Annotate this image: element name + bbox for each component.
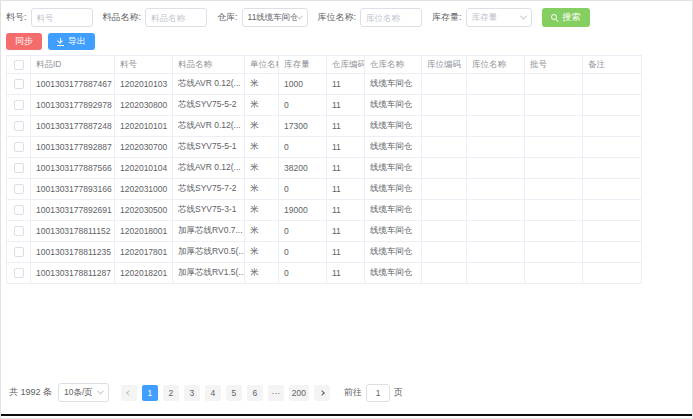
cell-warehouse-name: 线缆车间仓	[365, 116, 422, 137]
cell-warehouse-name: 线缆车间仓	[365, 242, 422, 263]
cell-batch-no	[525, 263, 583, 284]
table-row[interactable]: 1001303178811235 1202017801 加厚芯线RV0.5(..…	[7, 242, 642, 263]
row-checkbox[interactable]	[14, 100, 24, 110]
material-code-input[interactable]	[31, 8, 93, 27]
cell-batch-no	[525, 74, 583, 95]
cell-material-code: 1202010104	[115, 158, 173, 179]
warehouse-select-value: 11线缆车间仓	[248, 12, 297, 24]
cell-location-code	[422, 95, 467, 116]
page-button[interactable]: 5	[226, 385, 242, 401]
cell-item-name: 芯线AVR 0.12(...	[173, 116, 245, 137]
goto-page-input[interactable]	[366, 384, 390, 402]
table-row[interactable]: 1001303177893166 1202031000 芯线SYV75-7-2 …	[7, 179, 642, 200]
stock-qty-select[interactable]: 库存量	[466, 8, 532, 27]
row-checkbox[interactable]	[14, 205, 24, 215]
export-button[interactable]: 导出	[48, 33, 95, 50]
row-checkbox[interactable]	[14, 226, 24, 236]
table-header-row: 料品ID 料号 料品名称 单位名称 库存量 仓库编码 仓库名称 库位编码 库位名…	[7, 56, 642, 74]
cell-item-id: 1001303177892978	[31, 95, 115, 116]
cell-item-name: 芯线AVR 0.12(...	[173, 158, 245, 179]
cell-unit-name: 米	[245, 263, 279, 284]
row-checkbox[interactable]	[14, 268, 24, 278]
select-all-checkbox[interactable]	[14, 60, 24, 70]
table-row[interactable]: 1001303177892887 1202030700 芯线SYV75-5-1 …	[7, 137, 642, 158]
table-row[interactable]: 1001303177892978 1202030800 芯线SYV75-5-2 …	[7, 95, 642, 116]
location-name-input[interactable]	[360, 8, 422, 27]
stock-qty-label: 库存量:	[432, 11, 462, 24]
cell-warehouse-code: 11	[327, 263, 365, 284]
warehouse-select[interactable]: 11线缆车间仓	[242, 8, 308, 27]
row-checkbox[interactable]	[14, 142, 24, 152]
cell-item-name: 加厚芯线RV0.7...	[173, 221, 245, 242]
warehouse-label: 仓库:	[217, 11, 238, 24]
cell-batch-no	[525, 221, 583, 242]
cell-material-code: 1202018001	[115, 221, 173, 242]
cell-item-name: 加厚芯线RV1.5(...	[173, 263, 245, 284]
window-bottom-edge	[1, 414, 692, 416]
row-checkbox[interactable]	[14, 79, 24, 89]
page-button[interactable]: 2	[163, 385, 179, 401]
cell-location-code	[422, 263, 467, 284]
page-button[interactable]: 200	[289, 385, 309, 401]
filter-item-name: 料品名称:	[103, 8, 208, 27]
page-button[interactable]: 1	[142, 385, 158, 401]
cell-material-code: 1202030500	[115, 200, 173, 221]
goto-label: 前往	[344, 386, 362, 399]
cell-warehouse-name: 线缆车间仓	[365, 200, 422, 221]
table-row[interactable]: 1001303177887248 1202010101 芯线AVR 0.12(.…	[7, 116, 642, 137]
row-checkbox[interactable]	[14, 121, 24, 131]
cell-warehouse-name: 线缆车间仓	[365, 263, 422, 284]
cell-location-name	[467, 200, 525, 221]
cell-location-code	[422, 242, 467, 263]
cell-material-code: 1202031000	[115, 179, 173, 200]
row-checkbox[interactable]	[14, 163, 24, 173]
cell-unit-name: 米	[245, 116, 279, 137]
cell-item-id: 1001303178811152	[31, 221, 115, 242]
more-pages-button[interactable]: ···	[268, 385, 284, 401]
row-checkbox[interactable]	[14, 247, 24, 257]
cell-location-name	[467, 137, 525, 158]
page-button[interactable]: 3	[184, 385, 200, 401]
cell-warehouse-name: 线缆车间仓	[365, 137, 422, 158]
cell-unit-name: 米	[245, 74, 279, 95]
chevron-down-icon	[97, 388, 104, 395]
table-row[interactable]: 1001303177892691 1202030500 芯线SYV75-3-1 …	[7, 200, 642, 221]
stock-qty-select-placeholder: 库存量	[472, 12, 498, 24]
next-page-button[interactable]	[314, 385, 330, 401]
cell-location-name	[467, 116, 525, 137]
table-row[interactable]: 1001303177887566 1202010104 芯线AVR 0.12(.…	[7, 158, 642, 179]
cell-item-name: 芯线AVR 0.12(...	[173, 74, 245, 95]
search-button[interactable]: 搜索	[542, 8, 590, 27]
cell-remark	[583, 200, 642, 221]
table-row[interactable]: 1001303178811287 1202018201 加厚芯线RV1.5(..…	[7, 263, 642, 284]
cell-item-name: 加厚芯线RV0.5(...	[173, 242, 245, 263]
cell-location-code	[422, 221, 467, 242]
cell-unit-name: 米	[245, 179, 279, 200]
cell-location-code	[422, 200, 467, 221]
cell-warehouse-code: 11	[327, 242, 365, 263]
cell-location-code	[422, 116, 467, 137]
col-header-item-id: 料品ID	[31, 56, 115, 74]
cell-material-code: 1202010101	[115, 116, 173, 137]
cell-item-name: 芯线SYV75-3-1	[173, 200, 245, 221]
page-button[interactable]: 6	[247, 385, 263, 401]
row-checkbox[interactable]	[14, 184, 24, 194]
cell-item-id: 1001303177887566	[31, 158, 115, 179]
cell-remark	[583, 221, 642, 242]
prev-page-button[interactable]	[121, 385, 137, 401]
cell-material-code: 1202010103	[115, 74, 173, 95]
cell-unit-name: 米	[245, 137, 279, 158]
col-header-remark: 备注	[583, 56, 642, 74]
sync-button[interactable]: 同步	[6, 33, 42, 50]
page-size-select[interactable]: 10条/页	[58, 383, 109, 402]
cell-remark	[583, 179, 642, 200]
page-button[interactable]: 4	[205, 385, 221, 401]
search-button-label: 搜索	[563, 11, 581, 24]
chevron-left-icon	[126, 390, 132, 396]
filter-location-name: 库位名称:	[318, 8, 423, 27]
item-name-input[interactable]	[145, 8, 207, 27]
table-row[interactable]: 1001303178811152 1202018001 加厚芯线RV0.7...…	[7, 221, 642, 242]
table-row[interactable]: 1001303177887467 1202010103 芯线AVR 0.12(.…	[7, 74, 642, 95]
download-icon	[57, 38, 64, 46]
cell-warehouse-code: 11	[327, 116, 365, 137]
